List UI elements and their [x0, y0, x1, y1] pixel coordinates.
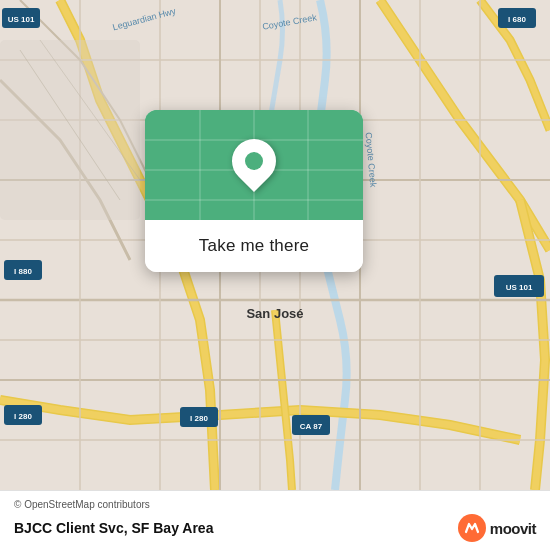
moovit-logo: moovit [458, 514, 536, 542]
location-pin [232, 139, 276, 191]
popup-card: Take me there [145, 110, 363, 272]
svg-text:US 101: US 101 [506, 283, 533, 292]
take-me-there-button[interactable]: Take me there [145, 220, 363, 272]
svg-text:US 101: US 101 [8, 15, 35, 24]
pin-dot [245, 152, 263, 170]
osm-credit: © OpenStreetMap contributors [14, 499, 536, 510]
location-label: BJCC Client Svc, SF Bay Area [14, 520, 213, 536]
moovit-icon-svg [464, 520, 480, 536]
pin-head [223, 130, 285, 192]
moovit-brand-text: moovit [490, 520, 536, 537]
svg-text:CA 87: CA 87 [300, 422, 323, 431]
svg-rect-17 [0, 40, 140, 220]
svg-text:I 280: I 280 [14, 412, 32, 421]
map-container: US 101 I 680 US 101 I 880 I 280 I 280 CA… [0, 0, 550, 490]
svg-text:San José: San José [246, 306, 303, 321]
bottom-bar: © OpenStreetMap contributors BJCC Client… [0, 490, 550, 550]
svg-text:I 880: I 880 [14, 267, 32, 276]
moovit-logo-icon [458, 514, 486, 542]
bottom-info-row: BJCC Client Svc, SF Bay Area moovit [14, 514, 536, 542]
svg-text:I 280: I 280 [190, 414, 208, 423]
svg-text:I 680: I 680 [508, 15, 526, 24]
popup-map-area [145, 110, 363, 220]
